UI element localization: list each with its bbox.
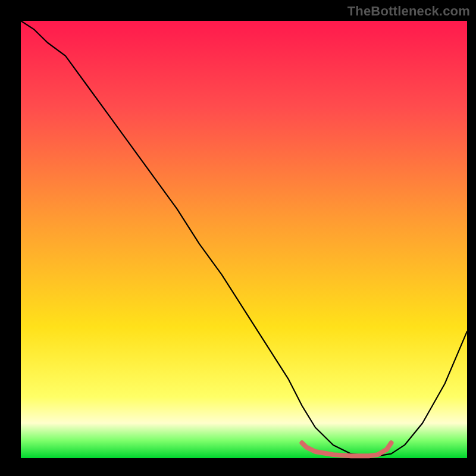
chart-container: TheBottleneck.com bbox=[0, 0, 476, 476]
bottleneck-chart bbox=[0, 0, 476, 476]
watermark-label: TheBottleneck.com bbox=[347, 4, 470, 19]
